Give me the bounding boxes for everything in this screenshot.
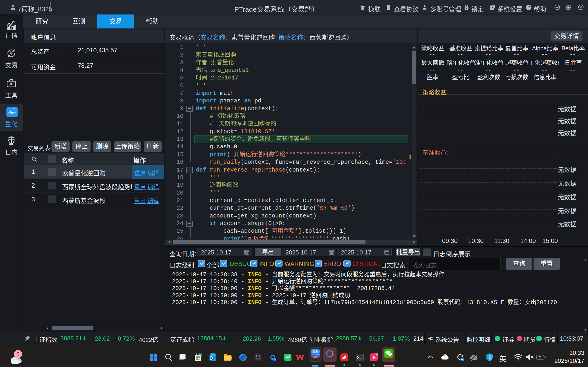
svg-text:VIP: VIP [314, 356, 317, 358]
svg-text:AI: AI [274, 359, 276, 361]
svg-text:PTrade: PTrade [312, 353, 319, 356]
svg-text:国金: 国金 [313, 350, 318, 353]
svg-text:¥: ¥ [10, 49, 13, 57]
